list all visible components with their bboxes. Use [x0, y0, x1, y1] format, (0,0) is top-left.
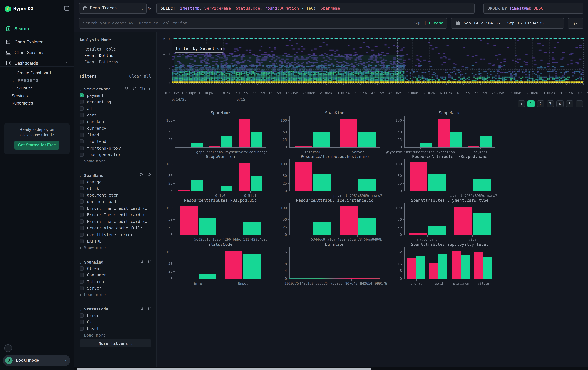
load-more-button[interactable]: ›Load more	[80, 332, 151, 339]
clear-all-button[interactable]: Clear all	[129, 74, 151, 79]
filter-option[interactable]: Error: The credit card (…	[80, 211, 151, 218]
filter-option[interactable]: frontend-proxy	[80, 145, 151, 151]
mode-sql[interactable]: SQL	[414, 20, 421, 25]
filter-option[interactable]: Consumer	[80, 272, 151, 278]
checkbox-unchecked[interactable]	[80, 180, 84, 184]
bar-value-3[interactable]	[178, 190, 190, 191]
search-icon[interactable]	[125, 86, 129, 91]
sidebar-item-chart-explorer[interactable]: Chart Explorer	[0, 38, 74, 46]
bar-value-49[interactable]	[358, 132, 376, 147]
bar-value-28[interactable]	[461, 255, 470, 279]
page-button-4[interactable]: 4	[556, 100, 563, 108]
pin-icon[interactable]	[147, 259, 151, 264]
collapse-sidebar-icon[interactable]	[64, 5, 70, 11]
search-icon[interactable]	[139, 173, 144, 178]
preset-services[interactable]: Services	[11, 93, 28, 98]
search-input[interactable]: Search your events w/ Lucene ex. column:…	[79, 18, 447, 29]
events-heatmap[interactable]	[172, 38, 584, 84]
analysis-mode-option-results-table[interactable]: Results Table	[80, 46, 151, 52]
page-button-1[interactable]: 1	[527, 100, 534, 108]
filter-option[interactable]: Ok	[80, 319, 151, 325]
filter-option[interactable]: EXPIRE	[80, 238, 151, 245]
bar-value-40[interactable]	[243, 222, 261, 235]
bar-value-106[interactable]	[225, 251, 242, 279]
sidebar-item-search[interactable]: Search	[0, 24, 74, 33]
filter-option[interactable]: change	[80, 179, 151, 185]
checkbox-unchecked[interactable]	[80, 126, 84, 130]
filter-option[interactable]: documentLoad	[80, 198, 151, 205]
filter-option[interactable]: documentFetch	[80, 192, 151, 198]
filter-option[interactable]: Client	[80, 265, 151, 272]
filter-option[interactable]: Error	[80, 312, 151, 319]
sql-select-editor[interactable]: SELECT Timestamp, ServiceName, StatusCod…	[157, 3, 475, 13]
bar-value-40[interactable]	[358, 179, 376, 191]
bar-value-3[interactable]	[468, 146, 480, 147]
bar-value-56[interactable]	[199, 218, 216, 235]
help-button[interactable]: ?	[4, 344, 12, 352]
filter-option[interactable]: Server	[80, 285, 151, 291]
filter-option[interactable]: ad	[80, 105, 151, 112]
page-next-button[interactable]: ›	[576, 100, 583, 108]
filter-option[interactable]: ✓payment	[80, 92, 151, 99]
pin-icon[interactable]	[147, 306, 151, 311]
bar-value-106[interactable]	[454, 207, 472, 235]
bar-value-56[interactable]	[313, 174, 331, 191]
checkbox-unchecked[interactable]	[80, 133, 84, 137]
bar-value-105[interactable]	[438, 119, 450, 147]
checkbox-unchecked[interactable]	[80, 153, 84, 157]
bar-value-56[interactable]	[358, 218, 376, 235]
filter-option[interactable]: load-generator	[80, 151, 151, 158]
bar-value-108[interactable]	[295, 162, 312, 191]
preset-clickhouse[interactable]: ClickHouse	[11, 86, 33, 90]
mode-lucene[interactable]: Lucene	[429, 20, 443, 25]
bar-value-108[interactable]	[340, 206, 358, 235]
bar-value-4[interactable]	[409, 233, 427, 235]
filter-by-selection-button[interactable]: Filter by Selection	[175, 44, 223, 53]
bar-value-93[interactable]	[243, 254, 261, 279]
order-by-editor[interactable]: ORDER BY Timestamp DESC	[483, 3, 584, 13]
pin-icon[interactable]	[132, 86, 136, 91]
bar-value-56[interactable]	[428, 174, 446, 191]
analysis-mode-option-event-deltas[interactable]: Event Deltas	[80, 52, 151, 59]
chevron-down-icon[interactable]: ⌄	[80, 260, 82, 264]
checkbox-unchecked[interactable]	[80, 239, 84, 243]
bar-value-35[interactable]	[220, 137, 232, 147]
bar-value-32[interactable]	[474, 252, 483, 279]
checkbox-unchecked[interactable]	[80, 107, 84, 111]
checkbox-unchecked[interactable]	[80, 220, 84, 224]
filter-option[interactable]: flagd	[80, 132, 151, 138]
bar-value-15[interactable]	[191, 142, 202, 147]
bar-value-35[interactable]	[191, 180, 202, 191]
page-button-3[interactable]: 3	[547, 100, 554, 108]
checkbox-unchecked[interactable]	[80, 206, 84, 210]
query-language-toggle[interactable]: SQL | Lucene	[414, 20, 443, 25]
bar-value-40[interactable]	[313, 222, 331, 235]
bar-value-30[interactable]	[428, 226, 446, 235]
local-mode-menu[interactable]: U Local mode ›	[3, 355, 70, 366]
filter-option[interactable]: Error: The credit card (…	[80, 218, 151, 225]
checkbox-unchecked[interactable]	[80, 233, 84, 237]
presets-toggle[interactable]: ⌄PRESETS	[11, 79, 39, 83]
chevron-down-icon[interactable]: ⌄	[80, 174, 82, 177]
bar-value-35[interactable]	[481, 137, 492, 147]
checkbox-unchecked[interactable]	[80, 280, 84, 284]
checkbox-unchecked[interactable]	[80, 200, 84, 204]
checkbox-unchecked[interactable]	[80, 113, 84, 117]
filter-option[interactable]: click	[80, 185, 151, 192]
bar-value-3[interactable]	[209, 146, 220, 147]
sidebar-item-dashboards[interactable]: Dashboards	[0, 59, 74, 67]
bar-value-15[interactable]	[199, 274, 216, 279]
checkbox-unchecked[interactable]	[80, 140, 84, 144]
checkbox-checked[interactable]: ✓	[80, 93, 84, 98]
bar-value-25[interactable]	[483, 257, 492, 279]
more-filters-button[interactable]: More filters⌄	[80, 340, 151, 348]
page-button-5[interactable]: 5	[566, 100, 573, 108]
chevron-down-icon[interactable]: ⌄	[80, 87, 82, 90]
show-more-button[interactable]: ›Show more	[80, 159, 151, 165]
bar-value-105[interactable]	[239, 163, 250, 191]
scrollbar-thumb[interactable]	[77, 368, 371, 370]
filter-option[interactable]: Error: The credit card (…	[80, 205, 151, 211]
filter-option[interactable]: Unset	[80, 325, 151, 332]
bar-value-40[interactable]	[473, 179, 491, 191]
filter-option[interactable]: frontend	[80, 138, 151, 145]
